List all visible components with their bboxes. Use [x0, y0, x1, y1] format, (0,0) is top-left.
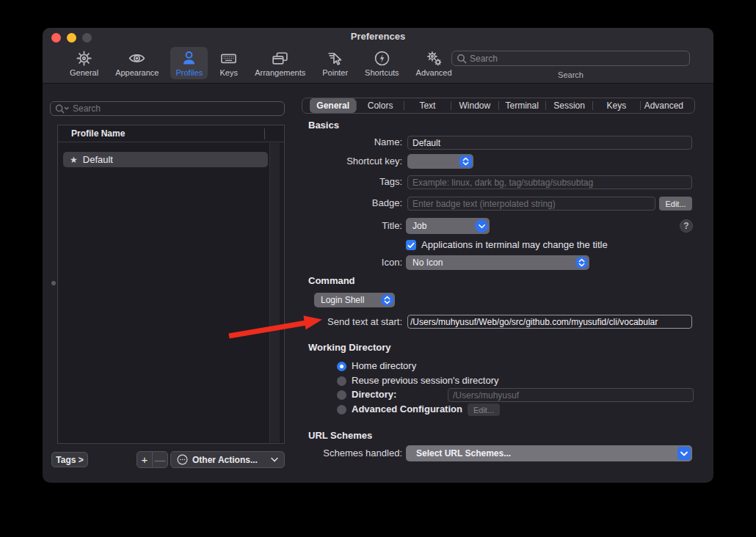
badge-edit-button[interactable]: Edit... [659, 197, 692, 211]
toolbar-item-profiles[interactable]: Profiles [170, 47, 208, 79]
updown-chevrons-icon [575, 257, 588, 268]
gears-icon [425, 49, 443, 67]
toolbar-item-arrangements[interactable]: Arrangements [250, 47, 310, 79]
tab-keys[interactable]: Keys [593, 98, 639, 113]
command-type-popup[interactable]: Login Shell [314, 293, 395, 307]
title-popup[interactable]: Job [406, 218, 490, 234]
profile-list: Profile Name ★ Default [57, 125, 285, 444]
chevron-down-icon [677, 447, 691, 460]
command-popup-value: Login Shell [321, 295, 364, 305]
radio-directory[interactable] [337, 390, 346, 400]
working-directory-heading: Working Directory [308, 342, 390, 353]
name-label: Name: [308, 136, 402, 147]
send-text-field[interactable] [407, 315, 692, 329]
tab-window[interactable]: Window [451, 98, 498, 113]
badge-label: Badge: [308, 197, 402, 208]
chevron-down-icon [475, 219, 488, 233]
help-button[interactable]: ? [680, 219, 693, 233]
tags-button[interactable]: Tags > [51, 452, 88, 467]
gear-icon [75, 49, 93, 67]
ellipsis-circle-icon [177, 454, 188, 465]
person-icon [180, 49, 198, 67]
updown-chevrons-icon [459, 156, 472, 167]
name-field[interactable] [407, 136, 692, 150]
bolt-circle-icon [373, 49, 391, 67]
basics-heading: Basics [308, 120, 339, 131]
shortcut-key-label: Shortcut key: [308, 156, 402, 167]
icon-popup[interactable]: No Icon [406, 255, 589, 270]
title-checkbox-label[interactable]: Applications in terminal may change the … [421, 239, 608, 250]
toolbar-label: Keys [219, 68, 237, 77]
column-divider [264, 128, 265, 139]
shortcut-key-popup[interactable] [407, 154, 473, 169]
toolbar-label: General [70, 68, 98, 77]
profile-row-default[interactable]: ★ Default [63, 152, 268, 167]
icon-label: Icon: [308, 257, 402, 268]
send-text-label: Send text at start: [308, 316, 402, 327]
profile-search-input[interactable] [50, 101, 285, 116]
toolbar-item-pointer[interactable]: Pointer [317, 47, 353, 79]
radio-home-directory-label[interactable]: Home directory [352, 360, 416, 371]
remove-profile-button[interactable]: — [152, 451, 168, 468]
title-label: Title: [308, 220, 402, 231]
other-actions-menu[interactable]: Other Actions... [170, 451, 285, 468]
schemes-handled-label: Schemes handled: [308, 448, 402, 459]
toolbar-item-appearance[interactable]: Appearance [110, 47, 164, 79]
toolbar-search-caption: Search [451, 70, 690, 79]
tab-colors[interactable]: Colors [357, 98, 403, 113]
badge-field[interactable] [407, 197, 655, 211]
window-chrome: Preferences General Appearance [43, 28, 713, 84]
toolbar-item-general[interactable]: General [65, 47, 103, 79]
toolbar-label: Appearance [115, 68, 159, 77]
radio-advanced-configuration-label[interactable]: Advanced Configuration [352, 403, 462, 414]
profile-tab-bar: General Colors Text Window Terminal Sess… [302, 98, 695, 114]
title-checkbox[interactable] [406, 240, 416, 250]
windows-icon [271, 49, 289, 67]
radio-directory-label[interactable]: Directory: [352, 389, 396, 400]
toolbar-label: Shortcuts [365, 68, 399, 77]
profile-name-column-header: Profile Name [71, 128, 125, 139]
url-schemes-popup-value: Select URL Schemes... [416, 448, 511, 459]
radio-reuse-previous-label[interactable]: Reuse previous session's directory [352, 375, 498, 386]
profile-list-header[interactable]: Profile Name [58, 125, 284, 142]
search-icon [457, 54, 467, 64]
default-star-icon: ★ [70, 155, 78, 165]
preferences-toolbar: General Appearance Profiles [65, 47, 457, 79]
radio-advanced-configuration[interactable] [337, 405, 346, 414]
toolbar-item-advanced[interactable]: Advanced [411, 47, 457, 79]
toolbar-search-input[interactable] [451, 51, 690, 66]
chevron-down-icon [271, 457, 278, 462]
toolbar-item-shortcuts[interactable]: Shortcuts [360, 47, 404, 79]
checkmark-icon [407, 242, 415, 249]
radio-reuse-previous[interactable] [337, 376, 346, 386]
add-profile-button[interactable]: + [137, 451, 153, 468]
advanced-config-edit-button: Edit... [468, 403, 500, 416]
tags-label: Tags: [308, 176, 402, 187]
directory-field[interactable] [448, 388, 694, 402]
tags-field[interactable] [407, 175, 692, 189]
toolbar-label: Arrangements [255, 68, 305, 77]
title-popup-value: Job [412, 221, 426, 231]
tab-advanced[interactable]: Advanced [641, 98, 687, 113]
toolbar-label: Advanced [416, 68, 452, 77]
tab-terminal[interactable]: Terminal [499, 98, 545, 113]
toolbar-label: Pointer [322, 68, 348, 77]
radio-home-directory[interactable] [337, 362, 346, 371]
command-heading: Command [308, 275, 355, 286]
tab-general[interactable]: General [310, 98, 356, 113]
icon-popup-value: No Icon [412, 257, 443, 268]
url-schemes-popup[interactable]: Select URL Schemes... [406, 445, 692, 461]
tab-session[interactable]: Session [546, 98, 592, 113]
toolbar-item-keys[interactable]: Keys [214, 47, 243, 79]
other-actions-label: Other Actions... [192, 455, 258, 465]
desktop: Preferences General Appearance [0, 0, 756, 537]
window-title: Preferences [43, 31, 713, 42]
tab-text[interactable]: Text [404, 98, 451, 113]
eye-icon [128, 49, 146, 67]
toolbar-search-area: Search [451, 51, 690, 79]
url-schemes-heading: URL Schemes [308, 430, 372, 441]
preferences-window: Preferences General Appearance [43, 28, 713, 483]
profile-list-scrollbar[interactable] [269, 143, 280, 442]
sidebar-resize-handle[interactable] [51, 281, 56, 285]
cursor-icon [326, 49, 344, 67]
